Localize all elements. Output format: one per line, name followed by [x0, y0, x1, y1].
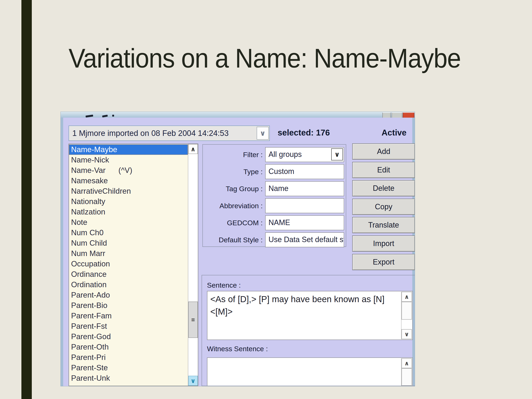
list-item[interactable]: Parent-Ado: [69, 290, 188, 300]
list-item-label: Natlzation: [71, 208, 105, 216]
list-item[interactable]: Name-Maybe: [69, 145, 188, 155]
list-scrollbar[interactable]: ∧ ≡ ∨: [188, 144, 198, 386]
abbreviation-label: Abbreviation :: [203, 198, 263, 213]
witness-sentence-label: Witness Sentence :: [207, 345, 268, 353]
list-item[interactable]: Parent-Oth: [69, 342, 188, 352]
list-item[interactable]: Ordinance: [69, 269, 188, 279]
list-item-label: Note: [71, 218, 87, 227]
type-field[interactable]: Custom: [265, 164, 344, 179]
scrollbar-thumb[interactable]: [401, 368, 412, 386]
sentence-panel: Sentence : <As of [D],> [P] may have bee…: [202, 275, 415, 386]
abbreviation-field[interactable]: [265, 198, 344, 213]
slide-accent-bar: [21, 0, 32, 399]
scroll-down-icon[interactable]: ∨: [188, 376, 198, 386]
witness-scrollbar[interactable]: ∧: [401, 358, 412, 386]
dataset-combobox[interactable]: 1 Mjmore imported on 08 Feb 2004 14:24:5…: [69, 126, 270, 141]
filter-combobox[interactable]: All groups ∨: [265, 147, 344, 162]
list-item-label: Parent-Fst: [71, 322, 107, 330]
list-item-label: Parent-Pri: [71, 353, 106, 361]
gedcom-field[interactable]: NAME: [265, 215, 344, 230]
chevron-down-icon[interactable]: ∨: [331, 148, 343, 160]
list-item[interactable]: Occupation: [69, 259, 188, 269]
sentence-textarea[interactable]: <As of [D],> [P] may have been known as …: [207, 291, 413, 340]
list-item-label: Parent-Unk: [71, 374, 110, 382]
list-item-label: Parent-Bio: [71, 301, 108, 310]
list-item-label: NarrativeChildren: [71, 187, 131, 195]
slide-title: Variations on a Name: Name-Maybe: [69, 43, 494, 74]
list-item-label: Parent-Fam: [71, 311, 112, 320]
list-item-label: Partner: [71, 384, 96, 386]
chevron-down-icon[interactable]: ∨: [257, 127, 269, 140]
tag-type-dialog: 1 Mjmore imported on 08 Feb 2004 14:24:5…: [61, 112, 415, 386]
export-button[interactable]: Export: [352, 254, 415, 270]
list-item[interactable]: Parent-Bio: [69, 300, 188, 311]
list-item-label: Ordinance: [71, 270, 107, 279]
import-button[interactable]: Import: [352, 235, 415, 252]
default-style-label: Default Style :: [203, 232, 263, 247]
list-item[interactable]: Parent-Fam: [69, 311, 188, 321]
list-item[interactable]: Parent-Ste: [69, 363, 188, 373]
tag-group-field[interactable]: Name: [265, 181, 344, 196]
sentence-scrollbar[interactable]: ∧ ∨: [401, 292, 412, 339]
list-item-label: Parent-God: [71, 332, 111, 341]
list-item[interactable]: Name-Nick: [69, 155, 188, 165]
list-item[interactable]: Parent-Unk: [69, 373, 188, 383]
sentence-text: <As of [D],> [P] may have been known as …: [207, 291, 401, 340]
list-item[interactable]: Note: [69, 217, 188, 228]
witness-sentence-text: [207, 358, 401, 386]
list-item[interactable]: Num Ch0: [69, 228, 188, 238]
list-item-label: Occupation: [71, 260, 110, 268]
list-item[interactable]: Partner: [69, 383, 188, 386]
tag-type-list-items: Name-MaybeName-NickName-Var(^V)NamesakeN…: [69, 145, 188, 386]
list-item-label: Nationalty: [71, 197, 105, 206]
scrollbar-thumb[interactable]: [401, 302, 412, 320]
list-item[interactable]: Num Marr: [69, 248, 188, 259]
filter-value: All groups: [268, 150, 302, 158]
gedcom-label: GEDCOM :: [203, 215, 263, 230]
tag-type-list: Name-MaybeName-NickName-Var(^V)NamesakeN…: [69, 144, 198, 386]
selected-count-label: selected: 176: [278, 128, 330, 137]
list-item[interactable]: Parent-Pri: [69, 352, 188, 363]
list-item-label: Name-Nick: [71, 156, 109, 164]
witness-sentence-textarea[interactable]: ∧: [207, 357, 413, 386]
sentence-label: Sentence :: [207, 281, 241, 289]
list-item[interactable]: Ordination: [69, 279, 188, 290]
default-style-field[interactable]: Use Data Set default st: [265, 232, 344, 247]
add-button[interactable]: Add: [352, 143, 415, 160]
edit-button[interactable]: Edit: [352, 162, 415, 178]
scroll-down-icon[interactable]: ∨: [401, 329, 412, 339]
gedcom-value: NAME: [268, 218, 290, 227]
scroll-up-icon[interactable]: ∧: [401, 358, 412, 368]
dataset-combobox-value: 1 Mjmore imported on 08 Feb 2004 14:24:5…: [69, 129, 257, 138]
scroll-up-icon[interactable]: ∧: [188, 144, 198, 154]
tag-group-value: Name: [268, 184, 288, 193]
tag-properties-panel: Filter : All groups ∨ Type : Custom Tag …: [203, 144, 346, 247]
delete-button[interactable]: Delete: [352, 180, 415, 196]
active-status-label: Active: [381, 128, 406, 137]
list-item[interactable]: Nationalty: [69, 196, 188, 207]
list-item[interactable]: Namesake: [69, 176, 188, 186]
list-item-label: Parent-Ado: [71, 291, 110, 299]
list-item[interactable]: Natlzation: [69, 207, 188, 217]
type-label: Type :: [203, 164, 263, 179]
list-item[interactable]: Name-Var(^V): [69, 165, 188, 176]
titlebar-text-fragment: [102, 115, 108, 117]
list-item-label: Namesake: [71, 177, 108, 185]
translate-button[interactable]: Translate: [352, 217, 415, 233]
list-item[interactable]: Num Child: [69, 238, 188, 248]
list-item-label: Num Marr: [71, 249, 105, 258]
scroll-up-icon[interactable]: ∧: [401, 292, 412, 302]
slide: { "slide": { "title": "Variations on a N…: [0, 0, 532, 399]
copy-button[interactable]: Copy: [352, 199, 415, 215]
tag-group-label: Tag Group :: [203, 181, 263, 196]
list-item-label: Num Ch0: [71, 228, 103, 237]
default-style-value: Use Data Set default st: [268, 235, 344, 244]
list-item-label: Name-Maybe: [71, 145, 117, 154]
scrollbar-thumb[interactable]: ≡: [188, 302, 198, 338]
type-value: Custom: [268, 167, 294, 176]
list-item[interactable]: Parent-God: [69, 331, 188, 342]
list-item[interactable]: NarrativeChildren: [69, 186, 188, 196]
list-item-label: Ordination: [71, 280, 107, 289]
list-item[interactable]: Parent-Fst: [69, 321, 188, 331]
filter-label: Filter :: [203, 147, 263, 162]
